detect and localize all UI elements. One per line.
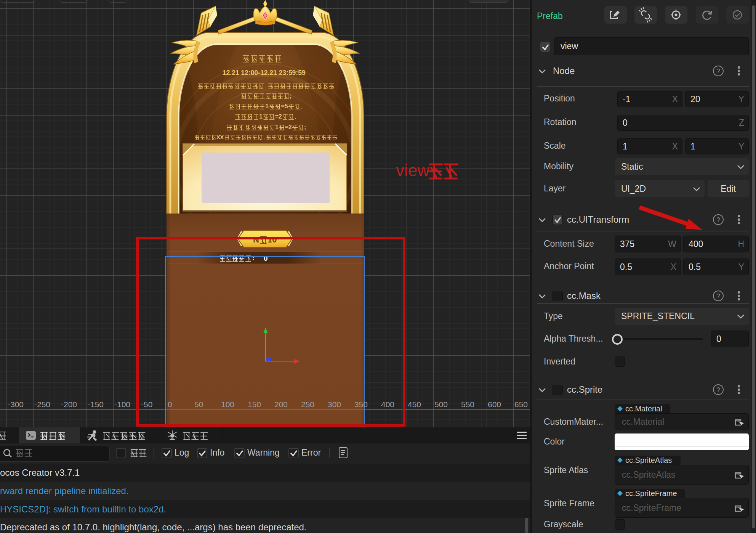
svg-text:Info: Info [210, 448, 224, 458]
svg-text:XX: XX [216, 134, 224, 140]
svg-text:Log: Log [175, 448, 189, 458]
svg-text:1: 1 [265, 103, 269, 109]
svg-text:;: ; [290, 93, 292, 99]
svg-text:cc.Material: cc.Material [625, 405, 662, 413]
svg-text:cc.SpriteAtlas: cc.SpriteAtlas [625, 456, 672, 464]
svg-text:?: ? [716, 386, 720, 393]
svg-text:12.21 12:00-12.21 23:59:59: 12.21 12:00-12.21 23:59:59 [223, 69, 306, 77]
svg-text:?: ? [716, 67, 720, 75]
svg-text:1: 1 [275, 124, 279, 130]
svg-text:Warning: Warning [247, 448, 280, 458]
svg-text:=5: =5 [281, 103, 288, 109]
svg-text:?: ? [716, 292, 720, 300]
svg-text:?: ? [716, 216, 720, 223]
svg-text:Error: Error [301, 448, 321, 458]
svg-text:;: ; [304, 124, 306, 130]
svg-text:=2: =2 [275, 113, 282, 120]
svg-text:=2: =2 [285, 124, 292, 130]
svg-text:cc.SpriteFrame: cc.SpriteFrame [625, 489, 677, 498]
svg-text:1: 1 [259, 113, 263, 120]
svg-text:view: view [396, 161, 429, 180]
